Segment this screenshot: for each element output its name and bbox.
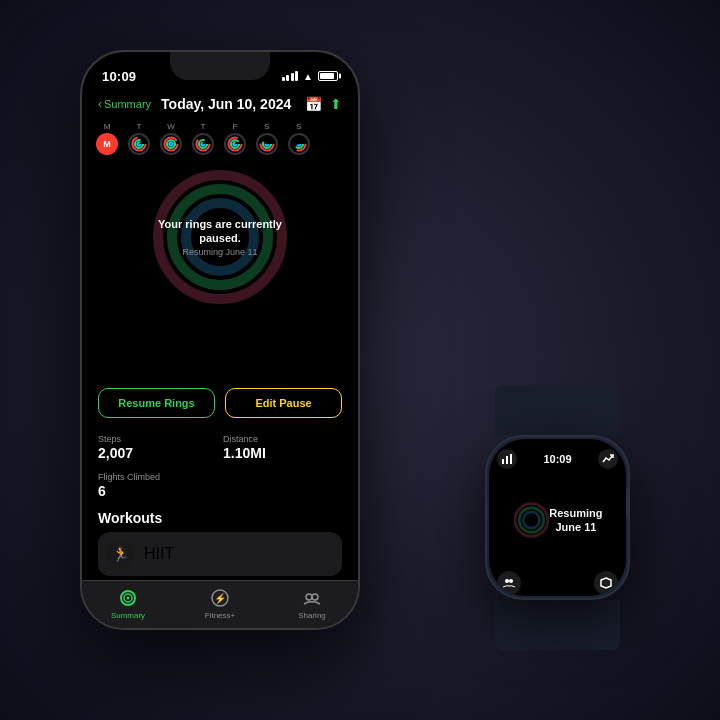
day-item-t1[interactable]: T — [126, 122, 152, 155]
day-strip: M M T W — [82, 118, 358, 159]
watch-band-bottom — [495, 600, 620, 650]
calendar-icon[interactable]: 📅 — [305, 96, 322, 112]
flights-value: 6 — [98, 483, 106, 499]
watch-chart-icon[interactable] — [497, 449, 517, 469]
iphone-device: 10:09 ▲ ‹ Su — [80, 50, 360, 630]
scene: 10:09 ▲ ‹ Su — [20, 20, 700, 700]
workout-hiit-icon: 🏃 — [106, 540, 134, 568]
iphone-screen: 10:09 ▲ ‹ Su — [82, 52, 358, 628]
svg-point-17 — [297, 142, 300, 145]
tab-bar: Summary ⚡ Fitness+ — [82, 580, 358, 628]
watch-center-text: Resuming June 11 — [549, 506, 602, 535]
day-ring-w — [160, 133, 182, 155]
stats-grid: Steps 2,007 Distance 1.10MI — [82, 428, 358, 468]
sharing-tab-icon — [301, 587, 323, 609]
distance-stat: Distance 1.10MI — [223, 434, 342, 462]
svg-point-34 — [505, 579, 509, 583]
sharing-tab-label: Sharing — [298, 611, 326, 620]
svg-rect-29 — [506, 456, 508, 464]
watch-trend-icon[interactable] — [598, 449, 618, 469]
svg-point-26 — [306, 594, 312, 600]
rings-container: Your rings are currently paused. Resumin… — [82, 159, 358, 378]
flights-stat: Flights Climbed 6 — [82, 468, 358, 504]
summary-tab-label: Summary — [111, 611, 145, 620]
day-item-s2[interactable]: S — [286, 122, 312, 155]
paused-main-text: Your rings are currently paused. — [150, 217, 290, 246]
action-buttons: Resume Rings Edit Pause — [82, 378, 358, 428]
signal-icon — [282, 71, 299, 81]
svg-point-7 — [199, 140, 207, 148]
summary-tab-icon — [117, 587, 139, 609]
day-ring-s1 — [256, 133, 278, 155]
day-item-w[interactable]: W — [158, 122, 184, 155]
day-item-f[interactable]: F — [222, 122, 248, 155]
watch-resuming-line2: June 11 — [549, 520, 602, 534]
day-ring-s2 — [288, 133, 310, 155]
svg-point-2 — [137, 142, 140, 145]
svg-rect-30 — [510, 454, 512, 464]
tab-summary[interactable]: Summary — [82, 587, 174, 620]
resume-rings-button[interactable]: Resume Rings — [98, 388, 215, 418]
flights-label: Flights Climbed — [98, 472, 342, 482]
svg-point-35 — [509, 579, 513, 583]
distance-value: 1.10MI — [223, 445, 266, 461]
back-chevron-icon: ‹ — [98, 97, 102, 111]
watch-resuming-line1: Resuming — [549, 506, 602, 520]
svg-point-16 — [295, 140, 303, 148]
fitness-tab-label: Fitness+ — [205, 611, 235, 620]
rings-paused-message: Your rings are currently paused. Resumin… — [150, 217, 290, 258]
share-icon[interactable]: ⬆ — [330, 96, 342, 112]
svg-point-11 — [233, 142, 236, 145]
workout-hiit-name: HIIT — [144, 545, 174, 563]
steps-stat: Steps 2,007 — [98, 434, 217, 462]
day-item-m[interactable]: M M — [94, 122, 120, 155]
watch-screen: 10:09 — [489, 439, 626, 596]
watch-band-top — [495, 385, 620, 435]
day-item-t2[interactable]: T — [190, 122, 216, 155]
workout-item-hiit[interactable]: 🏃 HIIT — [98, 532, 342, 576]
svg-point-5 — [169, 142, 172, 145]
svg-point-10 — [231, 140, 239, 148]
tab-sharing[interactable]: Sharing — [266, 587, 358, 620]
battery-icon — [318, 71, 338, 81]
iphone-notch — [170, 52, 270, 80]
workouts-title: Workouts — [98, 510, 342, 526]
day-ring-f — [224, 133, 246, 155]
svg-point-1 — [135, 140, 143, 148]
svg-point-33 — [523, 512, 539, 528]
nav-bar: ‹ Summary Today, Jun 10, 2024 📅 ⬆ — [82, 92, 358, 118]
distance-label: Distance — [223, 434, 342, 444]
svg-text:⚡: ⚡ — [214, 592, 227, 605]
steps-label: Steps — [98, 434, 217, 444]
tab-fitness-plus[interactable]: ⚡ Fitness+ — [174, 587, 266, 620]
apple-watch: 10:09 — [470, 415, 645, 620]
back-button[interactable]: ‹ Summary — [98, 97, 151, 111]
day-item-s1[interactable]: S — [254, 122, 280, 155]
nav-action-icons: 📅 ⬆ — [305, 96, 342, 112]
watch-bottom-icons — [497, 571, 618, 595]
edit-pause-button[interactable]: Edit Pause — [225, 388, 342, 418]
day-ring-t2 — [192, 133, 214, 155]
watch-activity-icon[interactable] — [594, 571, 618, 595]
paused-sub-text: Resuming June 11 — [150, 247, 290, 257]
svg-rect-28 — [502, 459, 504, 464]
svg-point-27 — [312, 594, 318, 600]
watch-status-bar: 10:09 — [497, 449, 618, 469]
svg-marker-36 — [601, 578, 611, 588]
watch-body: 10:09 — [485, 435, 630, 600]
svg-point-8 — [201, 142, 204, 145]
wifi-icon: ▲ — [303, 71, 313, 82]
steps-value: 2,007 — [98, 445, 133, 461]
day-ring-today: M — [96, 133, 118, 155]
status-time: 10:09 — [102, 69, 136, 84]
svg-point-23 — [127, 597, 130, 600]
watch-crown — [626, 488, 630, 518]
watch-rings-area: Resuming June 11 — [513, 475, 603, 565]
back-label: Summary — [104, 98, 151, 110]
svg-point-14 — [265, 142, 268, 145]
watch-people-icon[interactable] — [497, 571, 521, 595]
nav-date-title: Today, Jun 10, 2024 — [161, 96, 299, 112]
status-icons: ▲ — [282, 71, 338, 82]
svg-point-13 — [263, 140, 271, 148]
svg-point-4 — [167, 140, 175, 148]
